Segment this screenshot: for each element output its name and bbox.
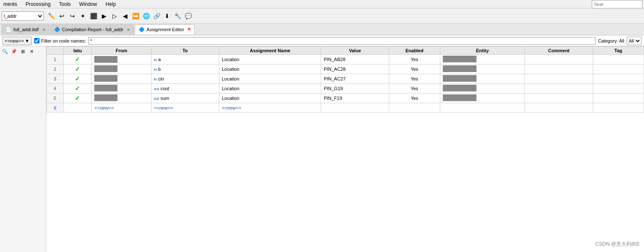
toolbar-btn-5[interactable]: ⬛	[88, 11, 98, 21]
toolbar-buttons: ✏️ ↩ ↪ ✦ ⬛ ▶ ▷ ◀ ⏩ 🌐 🔗 ⬇ 🔧 💬	[46, 11, 193, 21]
row-entity-4[interactable]	[440, 84, 525, 94]
sidebar-btn-search[interactable]: 🔍	[1, 47, 9, 56]
row-tag-5[interactable]	[593, 94, 644, 103]
sidebar-btn-grid[interactable]: ⊞	[19, 47, 27, 56]
row-enabled-6[interactable]	[389, 103, 440, 113]
tab-report[interactable]: 🔷 Compilation Report - full_addr ✕	[50, 24, 134, 35]
row-from-6[interactable]: <<new>>	[92, 103, 151, 113]
row-assignment-6[interactable]: <<new>>	[219, 103, 321, 113]
row-assignment-1[interactable]: Location	[219, 55, 321, 64]
row-to-2[interactable]: in b	[151, 64, 219, 74]
row-to-5[interactable]: out sum	[151, 94, 219, 103]
tab-editor[interactable]: 🔷 Assignment Editor ✕	[135, 24, 194, 35]
row-comment-2[interactable]	[525, 64, 593, 74]
toolbar-btn-10[interactable]: 🔗	[152, 11, 162, 21]
toolbar-btn-2[interactable]: ↩	[57, 11, 67, 21]
row-num-4: 4	[47, 84, 64, 94]
col-header-comment: Comment	[525, 47, 593, 55]
toolbar-btn-12[interactable]: 🔧	[173, 11, 183, 21]
row-comment-1[interactable]	[525, 55, 593, 64]
row-value-3[interactable]: PIN_AC27	[321, 74, 389, 84]
toolbar-btn-7[interactable]: ◀	[120, 11, 130, 21]
tab-bdf-icon: 📄	[5, 27, 12, 32]
toolbar-btn-6[interactable]: ▷	[109, 11, 120, 21]
row-num-1: 1	[47, 55, 64, 64]
row-tag-3[interactable]	[593, 74, 644, 84]
menu-ments[interactable]: ments	[2, 1, 19, 7]
tab-editor-close[interactable]: ✕	[187, 27, 191, 32]
main-area: 🔍 📌 ⊞ ✕ tatu From To Assignment Name Val…	[0, 46, 644, 252]
row-value-4[interactable]: PIN_G19	[321, 84, 389, 94]
row-entity-2[interactable]	[440, 64, 525, 74]
row-enabled-5[interactable]: Yes	[389, 94, 440, 103]
col-header-entity: Entity	[440, 47, 525, 55]
row-enabled-3[interactable]: Yes	[389, 74, 440, 84]
row-tag-6[interactable]	[593, 103, 644, 113]
category-select[interactable]: All	[627, 37, 641, 45]
row-tag-1[interactable]	[593, 55, 644, 64]
row-assignment-3[interactable]: Location	[219, 74, 321, 84]
category-label: Category: All	[598, 38, 624, 43]
sidebar-btn-pin[interactable]: 📌	[10, 47, 18, 56]
col-header-to: To	[151, 47, 219, 55]
row-value-2[interactable]: PIN_AC28	[321, 64, 389, 74]
filter-input[interactable]	[88, 37, 595, 45]
row-comment-5[interactable]	[525, 94, 593, 103]
row-to-1[interactable]: in a	[151, 55, 219, 64]
row-entity-5[interactable]	[440, 94, 525, 103]
row-enabled-4[interactable]: Yes	[389, 84, 440, 94]
row-entity-6[interactable]	[440, 103, 525, 113]
row-to-3[interactable]: in cin	[151, 74, 219, 84]
toolbar-btn-play[interactable]: ▶	[99, 11, 109, 21]
row-from-2[interactable]	[92, 64, 151, 74]
row-num-6: 6	[47, 103, 64, 113]
row-from-5[interactable]	[92, 94, 151, 103]
row-entity-1[interactable]	[440, 55, 525, 64]
menu-help[interactable]: Help	[104, 1, 118, 7]
toolbar-btn-9[interactable]: 🌐	[141, 11, 151, 21]
row-value-1[interactable]: PIN_AB28	[321, 55, 389, 64]
new-button[interactable]: <<new>> ▼	[3, 37, 32, 45]
toolbar-btn-3[interactable]: ↪	[67, 11, 77, 21]
tab-report-close[interactable]: ✕	[127, 27, 130, 32]
row-from-4[interactable]	[92, 84, 151, 94]
row-to-4[interactable]: out cout	[151, 84, 219, 94]
toolbar-btn-4[interactable]: ✦	[78, 11, 88, 21]
row-status-1: ✓	[64, 55, 92, 64]
table-row-new: 6 <<new>> <<new>> <<new>>	[47, 103, 644, 113]
entity-select[interactable]: l_addr	[2, 11, 44, 21]
col-header-status: tatu	[64, 47, 92, 55]
toolbar-btn-8[interactable]: ⏩	[130, 11, 141, 21]
row-comment-4[interactable]	[525, 84, 593, 94]
row-comment-6[interactable]	[525, 103, 593, 113]
menu-tools[interactable]: Tools	[57, 1, 72, 7]
sidebar-btn-close[interactable]: ✕	[27, 47, 36, 56]
row-status-5: ✓	[64, 94, 92, 103]
filter-bar: <<new>> ▼ Filter on node names: Category…	[0, 35, 644, 46]
row-from-3[interactable]	[92, 74, 151, 84]
tab-bdf-close[interactable]: ✕	[42, 27, 45, 32]
menu-window[interactable]: Window	[77, 1, 99, 7]
toolbar-btn-1[interactable]: ✏️	[46, 11, 56, 21]
row-to-6[interactable]: <<new>>	[151, 103, 219, 113]
search-input[interactable]	[592, 0, 642, 8]
row-tag-2[interactable]	[593, 64, 644, 74]
filter-checkbox[interactable]	[34, 38, 40, 43]
row-comment-3[interactable]	[525, 74, 593, 84]
row-tag-4[interactable]	[593, 84, 644, 94]
row-enabled-1[interactable]: Yes	[389, 55, 440, 64]
row-enabled-2[interactable]: Yes	[389, 64, 440, 74]
row-assignment-4[interactable]: Location	[219, 84, 321, 94]
menu-bar: ments Processing Tools Window Help	[0, 0, 644, 8]
menu-processing[interactable]: Processing	[24, 1, 52, 7]
row-value-5[interactable]: PIN_F19	[321, 94, 389, 103]
row-assignment-2[interactable]: Location	[219, 64, 321, 74]
toolbar-btn-msg[interactable]: 💬	[183, 11, 193, 21]
tab-bdf[interactable]: 📄 full_addr.bdf ✕	[2, 24, 49, 35]
row-num-2: 2	[47, 64, 64, 74]
row-from-1[interactable]	[92, 55, 151, 64]
row-entity-3[interactable]	[440, 74, 525, 84]
toolbar-btn-11[interactable]: ⬇	[162, 11, 172, 21]
row-assignment-5[interactable]: Location	[219, 94, 321, 103]
row-value-6[interactable]	[321, 103, 389, 113]
